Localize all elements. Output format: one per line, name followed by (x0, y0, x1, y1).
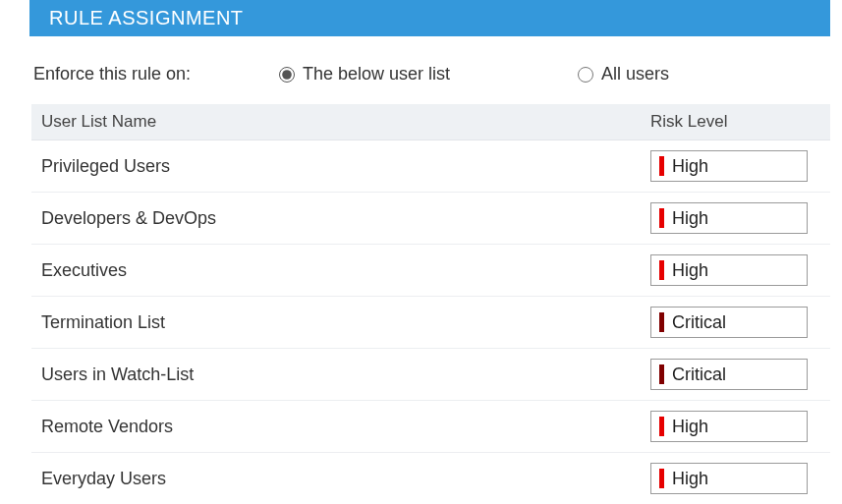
radio-below-user-list-label: The below user list (303, 64, 450, 84)
risk-level-cell: High (641, 140, 830, 193)
risk-level-text: Critical (672, 364, 726, 385)
user-list-table: User List Name Risk Level Privileged Use… (31, 104, 830, 504)
table-row: Termination ListCritical (31, 297, 830, 349)
risk-color-indicator (659, 417, 664, 436)
risk-level-cell: High (641, 193, 830, 245)
user-list-name: Remote Vendors (31, 401, 641, 453)
radio-all-users-input[interactable] (578, 67, 593, 83)
user-list-name: Everyday Users (31, 453, 641, 505)
table-header-row: User List Name Risk Level (31, 104, 830, 140)
enforce-row: Enforce this rule on: The below user lis… (0, 36, 842, 104)
risk-color-indicator (659, 469, 664, 488)
risk-level-select[interactable]: High (650, 254, 808, 286)
risk-level-select[interactable]: High (650, 150, 808, 182)
enforce-label: Enforce this rule on: (33, 64, 279, 84)
user-list-name: Privileged Users (31, 140, 641, 193)
risk-level-text: High (672, 208, 708, 229)
risk-level-cell: High (641, 453, 830, 505)
risk-level-cell: Critical (641, 297, 830, 349)
risk-color-indicator (659, 364, 664, 384)
risk-level-text: High (672, 260, 708, 281)
radio-all-users-label: All users (601, 64, 669, 84)
table-row: Privileged UsersHigh (31, 140, 830, 193)
risk-level-cell: High (641, 401, 830, 453)
enforce-radio-group: The below user list All users (279, 64, 797, 84)
risk-color-indicator (659, 312, 664, 332)
radio-below-user-list-input[interactable] (279, 67, 295, 83)
user-list-name: Executives (31, 245, 641, 297)
table-row: Users in Watch-ListCritical (31, 349, 830, 401)
risk-level-select[interactable]: High (650, 411, 808, 442)
radio-below-user-list[interactable]: The below user list (279, 64, 450, 84)
risk-level-cell: High (641, 245, 830, 297)
panel-header: RULE ASSIGNMENT (29, 0, 830, 36)
col-header-name: User List Name (31, 104, 641, 140)
col-header-risk: Risk Level (641, 104, 830, 140)
risk-level-select[interactable]: High (650, 463, 808, 494)
risk-level-text: Critical (672, 312, 726, 333)
risk-color-indicator (659, 208, 664, 228)
risk-level-text: High (672, 469, 708, 489)
radio-all-users[interactable]: All users (578, 64, 669, 84)
risk-level-cell: Critical (641, 349, 830, 401)
risk-level-text: High (672, 417, 708, 437)
table-row: ExecutivesHigh (31, 245, 830, 297)
user-list-name: Developers & DevOps (31, 193, 641, 245)
user-list-name: Users in Watch-List (31, 349, 641, 401)
table-row: Everyday UsersHigh (31, 453, 830, 505)
risk-color-indicator (659, 260, 664, 280)
user-list-name: Termination List (31, 297, 641, 349)
risk-level-select[interactable]: High (650, 202, 808, 234)
table-row: Developers & DevOpsHigh (31, 193, 830, 245)
risk-level-select[interactable]: Critical (650, 359, 808, 390)
table-row: Remote VendorsHigh (31, 401, 830, 453)
risk-level-select[interactable]: Critical (650, 307, 808, 338)
risk-color-indicator (659, 156, 664, 176)
risk-level-text: High (672, 156, 708, 177)
